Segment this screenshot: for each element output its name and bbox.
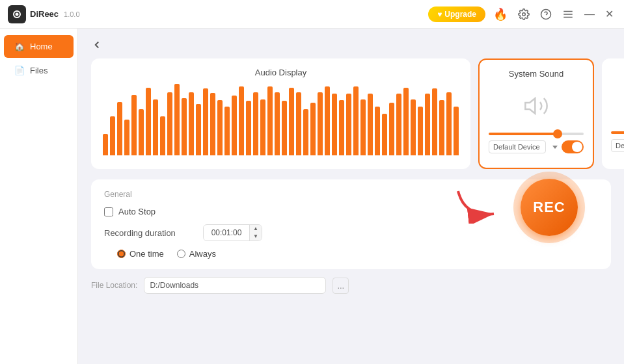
audio-bar	[360, 99, 366, 155]
always-option[interactable]: Always	[177, 249, 216, 259]
duration-up-button[interactable]: ▲	[250, 225, 262, 233]
duration-down-button[interactable]: ▼	[250, 233, 262, 240]
files-icon: 📄	[14, 66, 25, 75]
repeat-mode-row: One time Always	[104, 249, 598, 259]
svg-point-1	[16, 12, 19, 16]
svg-marker-8	[525, 98, 535, 113]
audio-bar	[446, 92, 452, 155]
audio-bar	[310, 103, 316, 155]
recording-duration-label: Recording duration	[104, 228, 195, 238]
rec-button-container: REC	[513, 172, 585, 243]
audio-bar	[303, 109, 308, 156]
audio-bar	[454, 107, 459, 155]
audio-bar	[411, 99, 416, 155]
sidebar-item-files[interactable]: 📄 Files	[4, 59, 74, 82]
audio-bar	[217, 100, 223, 155]
flame-icon-button[interactable]: 🔥	[491, 5, 510, 24]
app-logo-icon	[8, 5, 26, 23]
audio-bar	[160, 116, 165, 156]
audio-bar	[418, 107, 423, 155]
audio-bar	[146, 88, 151, 156]
upgrade-button[interactable]: ♥ Upgrade	[428, 6, 485, 22]
system-sound-chevron	[552, 146, 558, 149]
audio-bar	[253, 92, 258, 155]
audio-bar	[124, 120, 129, 155]
microphone-slider-row	[611, 131, 624, 134]
main-layout: 🏠 Home 📄 Files Audio Display System Soun…	[0, 29, 624, 364]
audio-bar	[210, 93, 215, 155]
rec-button-outer[interactable]: REC	[513, 172, 585, 243]
sidebar-home-label: Home	[30, 42, 53, 51]
heart-icon: ♥	[437, 10, 442, 19]
auto-stop-checkbox[interactable]	[104, 207, 113, 216]
duration-input[interactable]	[204, 226, 249, 240]
file-location-row: File Location: ...	[91, 277, 611, 294]
audio-bar	[260, 99, 265, 155]
content-area: Audio Display System Sound	[78, 29, 624, 364]
audio-bar	[153, 99, 158, 155]
audio-bar	[353, 86, 359, 155]
audio-bar	[224, 107, 230, 155]
file-dots-button[interactable]: ...	[332, 278, 349, 294]
back-button[interactable]	[91, 39, 103, 51]
title-bar: DiReec 1.0.0 ♥ Upgrade 🔥	[0, 0, 624, 29]
one-time-label: One time	[129, 249, 164, 259]
audio-bar	[289, 88, 294, 156]
rec-button-inner[interactable]: REC	[521, 179, 578, 236]
duration-input-wrap: ▲ ▼	[203, 224, 262, 241]
always-label: Always	[189, 249, 216, 259]
menu-icon-button[interactable]	[560, 6, 577, 23]
one-time-radio[interactable]	[117, 250, 126, 258]
audio-bar	[275, 92, 280, 155]
audio-bar	[103, 134, 108, 155]
audio-bar	[368, 94, 373, 155]
system-sound-slider[interactable]	[489, 133, 584, 135]
audio-bar	[296, 92, 301, 155]
audio-bar	[174, 84, 180, 155]
svg-point-2	[522, 12, 526, 16]
audio-bar	[117, 102, 122, 156]
file-location-label: File Location:	[91, 281, 137, 290]
audio-bar	[382, 114, 387, 155]
audio-display-panel: Audio Display	[91, 58, 470, 169]
system-sound-title: System Sound	[509, 69, 564, 79]
system-sound-panel: System Sound Default Device	[478, 58, 594, 169]
audio-bar	[282, 101, 287, 155]
minimize-button[interactable]: —	[582, 6, 597, 23]
audio-bar	[375, 107, 380, 155]
audio-bar	[196, 104, 201, 155]
arrow-container	[452, 185, 504, 226]
system-sound-slider-row	[489, 133, 584, 135]
system-sound-footer: Default Device	[489, 140, 584, 153]
close-button[interactable]: ✕	[603, 5, 616, 23]
audio-bar	[232, 96, 237, 155]
microphone-footer: Default Device	[611, 139, 624, 152]
audio-bar	[332, 94, 337, 155]
app-version: 1.0.0	[64, 10, 79, 18]
audio-bar	[267, 86, 273, 155]
audio-display-title: Audio Display	[100, 68, 461, 77]
panels-row: Audio Display System Sound	[91, 58, 611, 169]
help-icon-button[interactable]	[537, 6, 554, 23]
upgrade-label: Upgrade	[444, 10, 476, 19]
rec-label: REC	[533, 199, 565, 216]
settings-icon-button[interactable]	[515, 6, 532, 23]
auto-stop-label[interactable]: Auto Stop	[118, 207, 156, 216]
microphone-slider[interactable]	[611, 131, 624, 134]
arrow-svg	[452, 185, 504, 224]
file-location-input[interactable]	[144, 277, 326, 294]
audio-bars	[100, 84, 461, 155]
system-sound-toggle[interactable]	[562, 140, 584, 153]
sidebar-item-home[interactable]: 🏠 Home	[4, 35, 74, 58]
system-sound-device-select[interactable]: Default Device	[489, 140, 546, 153]
home-icon: 🏠	[14, 42, 25, 51]
one-time-option[interactable]: One time	[117, 249, 164, 259]
always-radio[interactable]	[177, 250, 185, 258]
app-logo: DiReec 1.0.0	[8, 5, 80, 23]
audio-bar	[325, 86, 330, 155]
audio-bar	[425, 94, 430, 155]
audio-bar	[239, 86, 244, 155]
audio-bar	[346, 94, 351, 155]
audio-bar	[432, 88, 437, 155]
microphone-device-select[interactable]: Default Device	[611, 139, 624, 152]
